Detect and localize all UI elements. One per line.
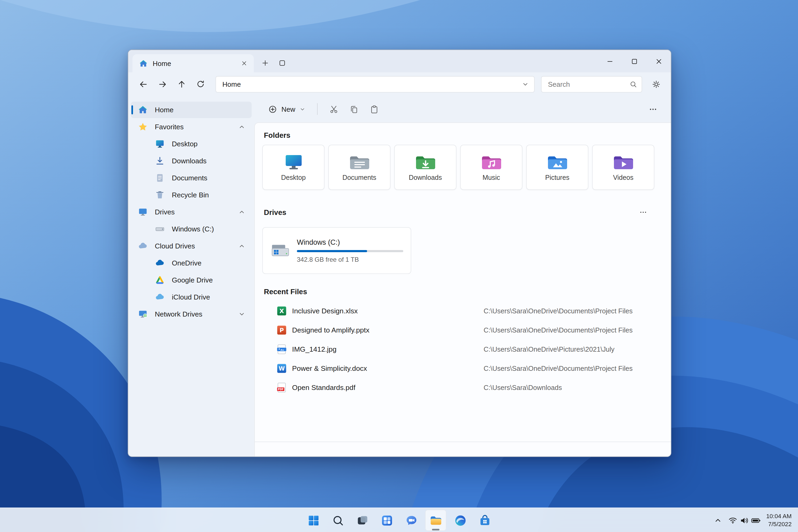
sidebar-item-label: Recycle Bin — [172, 191, 209, 199]
chevron-down-icon[interactable] — [518, 77, 532, 91]
sidebar-item-downloads[interactable]: Downloads — [131, 153, 252, 169]
recycle-bin-icon — [155, 190, 165, 200]
close-icon — [241, 60, 248, 67]
titlebar[interactable]: Home — [128, 50, 671, 72]
sidebar-item-desktop[interactable]: Desktop — [131, 136, 252, 152]
sidebar-item-windows-c[interactable]: Windows (C:) — [131, 221, 252, 237]
recent-file-row[interactable]: P Designed to Amplify.pptx C:\Users\Sara… — [276, 320, 660, 339]
drives-see-more-button[interactable] — [633, 204, 653, 221]
sidebar-item-recycle-bin[interactable]: Recycle Bin — [131, 187, 252, 203]
desktop-icon — [155, 139, 165, 149]
file-explorer-button[interactable] — [425, 510, 446, 531]
maximize-button[interactable] — [622, 50, 646, 72]
clock[interactable]: 10:04 AM 7/5/2022 — [764, 510, 796, 531]
tile-label: Downloads — [409, 174, 442, 181]
folder-tile-pictures[interactable]: Pictures — [526, 145, 588, 190]
sidebar-item-label: Network Drives — [155, 310, 203, 318]
sidebar-item-google-drive[interactable]: Google Drive — [131, 272, 252, 288]
close-button[interactable] — [646, 50, 671, 72]
folder-tile-documents[interactable]: Documents — [328, 145, 391, 190]
copy-icon — [349, 104, 358, 114]
sidebar-item-network-drives[interactable]: Network Drives — [131, 306, 252, 322]
recent-section-title: Recent Files — [264, 288, 307, 296]
folder-tile-downloads[interactable]: Downloads — [394, 145, 456, 190]
cut-button[interactable] — [324, 100, 343, 118]
back-button[interactable] — [135, 76, 152, 93]
sidebar-item-cloud-drives[interactable]: Cloud Drives — [131, 238, 252, 254]
widgets-button[interactable] — [376, 510, 397, 531]
sidebar-item-label: Google Drive — [172, 276, 213, 284]
drive-card-windows-c[interactable]: Windows (C:) 342.8 GB free of 1 TB — [262, 227, 411, 274]
home-icon — [139, 59, 148, 68]
chevron-up-icon[interactable] — [236, 206, 247, 218]
tab-home[interactable]: Home — [132, 54, 254, 72]
folder-tile-desktop[interactable]: Desktop — [262, 145, 324, 190]
up-button[interactable] — [173, 76, 190, 93]
chevron-down-icon[interactable] — [236, 308, 247, 320]
store-icon — [478, 514, 491, 527]
sidebar-item-label: Downloads — [172, 157, 207, 165]
sidebar-item-favorites[interactable]: Favorites — [131, 119, 252, 135]
task-view-button[interactable] — [352, 510, 373, 531]
settings-button[interactable] — [647, 76, 664, 93]
recent-file-row[interactable]: X Inclusive Design.xlsx C:\Users\Sara\On… — [276, 301, 660, 320]
edge-button[interactable] — [450, 510, 471, 531]
drive-name: Windows (C:) — [297, 238, 403, 246]
navigation-pane: Home Favorites Desktop Downloads — [128, 96, 254, 456]
file-explorer-icon — [429, 514, 442, 527]
copy-button[interactable] — [344, 100, 363, 118]
new-button[interactable]: New — [263, 100, 311, 118]
start-button[interactable] — [303, 510, 324, 531]
tile-label: Videos — [613, 174, 633, 181]
taskbar-search-button[interactable] — [327, 510, 348, 531]
sidebar-item-onedrive[interactable]: OneDrive — [131, 255, 252, 271]
folder-tile-videos[interactable]: Videos — [592, 145, 654, 190]
tile-label: Documents — [342, 174, 376, 181]
volume-icon — [740, 516, 749, 524]
file-path: C:\Users\Sara\Downloads — [483, 383, 660, 391]
chat-button[interactable] — [401, 510, 422, 531]
taskbar: 10:04 AM 7/5/2022 — [0, 508, 798, 532]
chevron-up-icon[interactable] — [236, 240, 247, 252]
tray-overflow-button[interactable] — [711, 510, 725, 531]
new-tab-button[interactable] — [257, 55, 273, 71]
recent-file-row[interactable]: W Power & Simplicity.docx C:\Users\Sara\… — [276, 359, 660, 378]
sidebar-item-drives[interactable]: Drives — [131, 204, 252, 220]
recent-file-row[interactable]: IMG_1412.jpg C:\Users\Sara\OneDrive\Pict… — [276, 339, 660, 359]
address-text: Home — [222, 80, 241, 88]
tile-label: Desktop — [281, 174, 306, 181]
drive-usage-meter — [297, 250, 403, 252]
content-area: Folders Desktop Documents Downloads — [254, 122, 671, 456]
sidebar-item-home[interactable]: Home — [131, 101, 252, 118]
download-icon — [155, 156, 165, 166]
minimize-button[interactable] — [597, 50, 622, 72]
command-bar: New — [254, 96, 671, 122]
battery-icon — [752, 516, 761, 524]
pictures-folder-icon — [547, 153, 568, 171]
refresh-button[interactable] — [192, 76, 209, 93]
paste-button[interactable] — [364, 100, 384, 118]
system-indicators-button[interactable] — [725, 510, 764, 531]
drives-section-header: Drives — [262, 204, 660, 221]
sidebar-item-label: OneDrive — [172, 259, 201, 267]
address-bar[interactable]: Home — [215, 76, 535, 92]
tab-list-button[interactable] — [274, 55, 290, 71]
clock-date: 7/5/2022 — [766, 520, 792, 529]
chevron-down-icon — [300, 106, 305, 112]
forward-button[interactable] — [154, 76, 171, 93]
microsoft-store-button[interactable] — [474, 510, 495, 531]
svg-text:X: X — [280, 307, 284, 314]
recent-file-row[interactable]: PDF Open Standards.pdf C:\Users\Sara\Dow… — [276, 378, 660, 397]
folder-tile-music[interactable]: Music — [460, 145, 522, 190]
arrow-left-icon — [138, 79, 148, 89]
tab-close-button[interactable] — [238, 57, 251, 70]
chevron-up-icon[interactable] — [236, 121, 247, 133]
sidebar-item-icloud-drive[interactable]: iCloud Drive — [131, 289, 252, 305]
plus-icon — [261, 59, 269, 67]
search-input[interactable]: Search — [541, 76, 642, 92]
minimize-icon — [606, 57, 614, 65]
close-icon — [654, 57, 663, 65]
monitor-icon — [138, 207, 148, 217]
sidebar-item-documents[interactable]: Documents — [131, 170, 252, 186]
see-more-button[interactable] — [643, 100, 662, 118]
